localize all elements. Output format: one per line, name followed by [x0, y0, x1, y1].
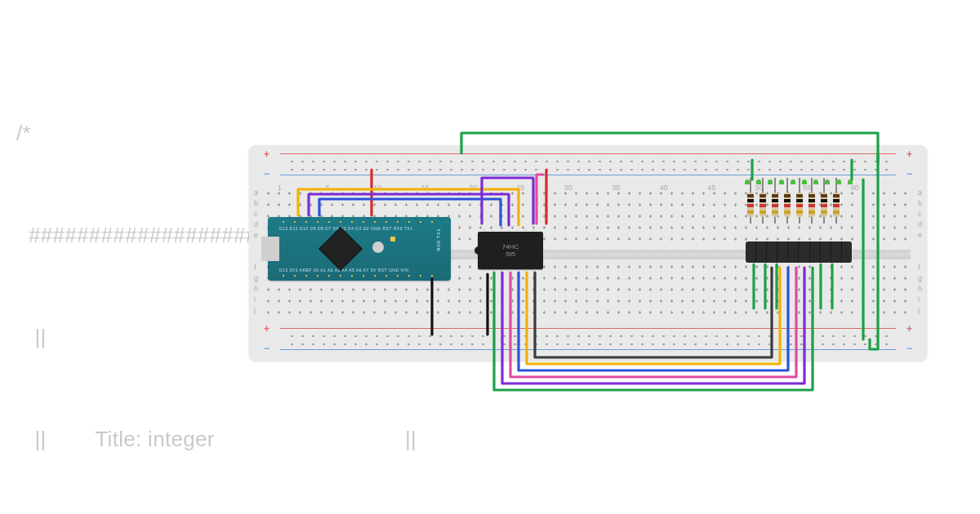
rx-tx-label: RX0 TX1 [436, 228, 441, 251]
circuit-diagram: + − + − + − + − 1 5 10 15 20 25 30 35 40… [249, 145, 927, 361]
mcu-chip-icon [318, 227, 363, 271]
row-letters-left: a b c d e f g h i j [254, 188, 258, 314]
breadboard: + − + − + − + − 1 5 10 15 20 25 30 35 40… [249, 145, 927, 361]
row-letters-right: a b c d e f g h i j [918, 188, 922, 314]
led-bar-graph [746, 241, 852, 263]
arduino-nano: D12 D11 D10 D9 D8 D7 D6 D5 D4 D3 D2 GND … [268, 217, 451, 281]
reset-button-icon [372, 241, 384, 253]
nano-top-pins: D12 D11 D10 D9 D8 D7 D6 D5 D4 D3 D2 GND … [279, 226, 439, 231]
shift-register-74hc595: 74HC 595 [478, 232, 543, 269]
chip-label: 74HC [502, 244, 519, 251]
power-rail-bottom: + − + − [256, 325, 920, 356]
status-led-icon [390, 237, 395, 241]
led-indicator-row [745, 179, 856, 188]
chip-sublabel: 595 [506, 251, 515, 258]
power-rail-top: + − + − [256, 150, 920, 181]
nano-bottom-pins: D13 3V3 AREF A0 A1 A2 A3 A4 A5 A6 A7 5V … [279, 268, 439, 273]
usb-port-icon [261, 237, 279, 261]
resistor-array [744, 193, 855, 233]
